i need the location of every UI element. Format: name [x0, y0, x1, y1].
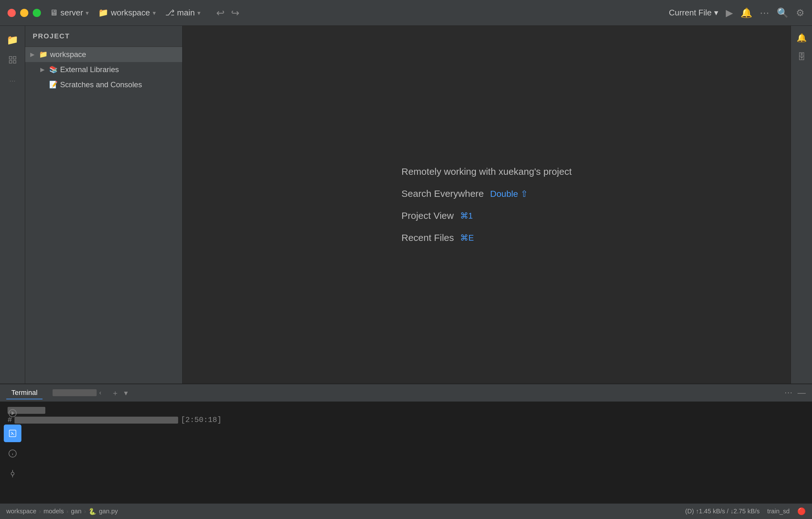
terminal-dropdown-button[interactable]: ▾ — [124, 389, 128, 398]
error-indicator[interactable]: 🔴 — [797, 507, 806, 516]
workspace-chevron-icon: ▾ — [153, 9, 156, 17]
tree-item-scratches[interactable]: 📝 Scratches and Consoles — [25, 77, 182, 92]
tree-label-scratches: Scratches and Consoles — [60, 80, 142, 89]
info-icon[interactable] — [4, 445, 21, 462]
terminal-more-button[interactable]: ⋯ — [784, 388, 792, 398]
bottom-activity — [0, 404, 25, 488]
sidebar-item-project[interactable]: 📁 — [4, 31, 21, 49]
tree-label-libraries: External Libraries — [60, 65, 119, 74]
terminal-sidebar-icon[interactable] — [4, 425, 21, 442]
tree-arrow-workspace: ▶ — [30, 51, 36, 58]
recent-files-row: Recent Files ⌘E — [402, 233, 572, 243]
search-everywhere-label: Search Everywhere — [402, 188, 484, 199]
undo-button[interactable]: ↩ — [216, 7, 225, 19]
server-icon: 🖥 — [50, 8, 58, 18]
traffic-lights — [7, 9, 41, 17]
activity-bar: 📁 ··· — [0, 26, 25, 384]
workspace-selector[interactable]: 📁 workspace ▾ — [98, 8, 155, 18]
breadcrumb-sep-3: › — [84, 508, 86, 515]
right-panel: 🔔 🗄 — [791, 26, 812, 384]
server-label: server — [60, 8, 83, 18]
breadcrumb-gan: gan — [71, 508, 81, 515]
current-file-button[interactable]: Current File ▾ — [669, 8, 718, 18]
sidebar-title: Project — [25, 26, 182, 47]
more-options-button[interactable]: ⋯ — [760, 7, 769, 18]
maximize-button[interactable] — [33, 9, 41, 17]
terminal-blurred-cmd — [14, 417, 178, 424]
svg-point-11 — [11, 472, 14, 475]
server-selector[interactable]: 🖥 server ▾ — [50, 8, 89, 18]
folder-workspace-icon: 📁 — [39, 50, 48, 59]
svg-rect-3 — [13, 60, 16, 63]
project-view-label: Project View — [402, 210, 454, 221]
tree-arrow-libraries: ▶ — [40, 66, 47, 73]
search-everywhere-button[interactable]: 🔍 — [777, 7, 788, 18]
welcome-panel: Remotely working with xuekang's project … — [389, 154, 584, 256]
branch-label: main — [177, 8, 195, 18]
terminal-add-button[interactable]: ＋ — [111, 388, 119, 398]
remote-label: Remotely working with xuekang's project — [402, 166, 572, 177]
sidebar: Project ▶ 📁 workspace ▶ 📚 External Libra… — [25, 26, 182, 384]
branch-selector[interactable]: ⎇ main ▾ — [165, 8, 201, 18]
run-configurations-icon[interactable] — [4, 404, 21, 422]
terminal-prompt-line: $ — [7, 426, 805, 435]
tree-label-workspace: workspace — [50, 50, 86, 59]
run-button[interactable]: ▶ — [726, 7, 733, 18]
terminal-timestamp: [2:50:18] — [181, 416, 222, 424]
notifications-button[interactable]: 🔔 — [741, 7, 752, 18]
search-everywhere-shortcut: Double ⇧ — [490, 189, 528, 199]
terminal-controls: ⋯ — — [784, 388, 806, 398]
library-icon: 📚 — [49, 65, 58, 74]
server-chevron-icon: ▾ — [86, 9, 89, 17]
terminal-session-tab[interactable]: ‹ — [48, 387, 106, 399]
terminal-panel: Terminal ‹ ＋ ▾ ⋯ — # [2:50:18] — [0, 384, 812, 503]
recent-files-shortcut: ⌘E — [460, 233, 474, 243]
terminal-content[interactable]: # [2:50:18] $ — [0, 402, 812, 503]
network-stats: (D) ↑1.45 kB/s / ↓2.75 kB/s — [685, 508, 760, 515]
editor-area: Remotely working with xuekang's project … — [182, 26, 791, 384]
svg-rect-2 — [9, 60, 12, 63]
breadcrumb-sep-2: › — [66, 508, 68, 515]
project-view-row: Project View ⌘1 — [402, 210, 572, 221]
breadcrumb-workspace: workspace — [6, 508, 36, 515]
current-file-chevron-icon: ▾ — [714, 8, 718, 18]
workspace-icon: 📁 — [98, 8, 108, 18]
breadcrumb-file: gan.py — [99, 508, 118, 515]
terminal-line-1 — [7, 407, 805, 414]
statusbar: workspace › models › gan › 🐍 gan.py (D) … — [0, 503, 812, 519]
minimize-button[interactable] — [20, 9, 28, 17]
tree-item-external-libraries[interactable]: ▶ 📚 External Libraries — [25, 62, 182, 77]
terminal-tabs: Terminal ‹ ＋ ▾ ⋯ — — [0, 384, 812, 402]
commit-icon[interactable] — [4, 465, 21, 483]
scratches-icon: 📝 — [49, 81, 58, 89]
svg-marker-5 — [12, 412, 14, 414]
breadcrumb: workspace › models › gan › 🐍 gan.py — [6, 508, 118, 515]
current-file-label: Current File — [669, 8, 712, 18]
branch-chevron-icon: ▾ — [197, 9, 201, 17]
terminal-tab[interactable]: Terminal — [6, 387, 42, 399]
branch-icon: ⎇ — [165, 8, 175, 18]
titlebar-right: Current File ▾ ▶ 🔔 ⋯ 🔍 ⚙ — [669, 7, 805, 18]
svg-rect-1 — [13, 57, 16, 59]
settings-button[interactable]: ⚙ — [796, 7, 805, 18]
breadcrumb-models: models — [44, 508, 64, 515]
database-icon[interactable]: 🗄 — [793, 49, 810, 65]
activity-more-icon[interactable]: ··· — [9, 76, 16, 85]
titlebar: 🖥 server ▾ 📁 workspace ▾ ⎇ main ▾ ↩ ↪ Cu… — [0, 0, 812, 26]
tree-item-workspace[interactable]: ▶ 📁 workspace — [25, 47, 182, 62]
nav-controls: ↩ ↪ — [216, 7, 239, 19]
sidebar-item-structure[interactable] — [4, 51, 21, 69]
status-right: (D) ↑1.45 kB/s / ↓2.75 kB/s train_sd 🔴 — [685, 507, 806, 516]
close-button[interactable] — [7, 9, 16, 17]
svg-rect-0 — [9, 57, 12, 59]
redo-button[interactable]: ↪ — [231, 7, 239, 19]
terminal-tab-label: Terminal — [11, 389, 37, 397]
branch-status: train_sd — [767, 508, 790, 515]
terminal-session-name — [53, 389, 97, 396]
terminal-line-2: # [2:50:18] — [7, 416, 805, 424]
terminal-minimize-button[interactable]: — — [798, 388, 806, 398]
workspace-label: workspace — [111, 8, 150, 18]
notifications-panel-icon[interactable]: 🔔 — [793, 30, 810, 46]
breadcrumb-sep-1: › — [39, 508, 41, 515]
terminal-tab-chevron: ‹ — [99, 389, 102, 396]
